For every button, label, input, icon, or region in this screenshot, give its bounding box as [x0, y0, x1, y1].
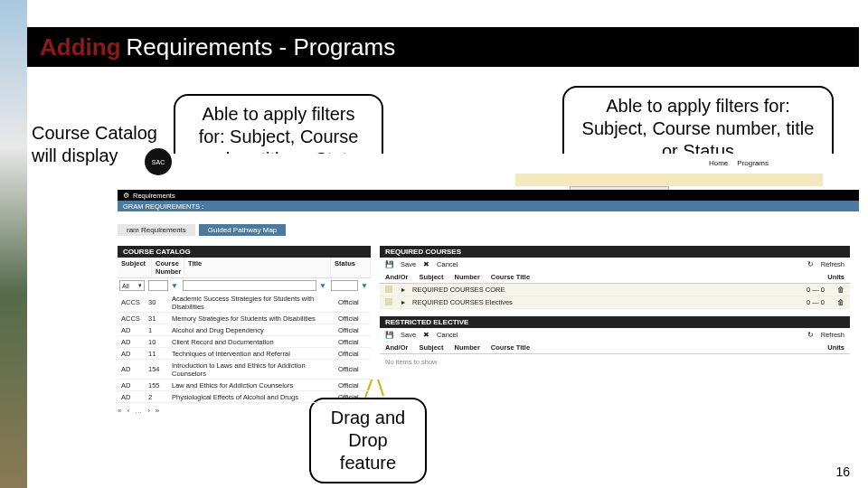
delete-icon[interactable]: 🗑	[837, 298, 844, 306]
restricted-empty-message: No items to show	[380, 354, 850, 370]
expand-icon[interactable]: ▸	[401, 286, 405, 294]
title-accent: Adding	[40, 33, 121, 61]
table-row[interactable]: AD2Physiological Effects of Alcohol and …	[118, 391, 371, 403]
pager-first[interactable]: «	[118, 407, 121, 415]
table-cell: ACCS	[118, 293, 145, 313]
table-cell: 31	[145, 313, 168, 324]
pager-prev[interactable]: ‹	[127, 407, 129, 415]
table-row[interactable]: ACCS30Academic Success Strategies for St…	[118, 293, 371, 313]
slide-title-bar: Adding Requirements - Programs	[27, 27, 859, 67]
col-units[interactable]: Units	[827, 273, 844, 281]
course-catalog-header: COURSE CATALOG	[118, 246, 371, 258]
table-row[interactable]: AD155Law and Ethics for Addiction Counse…	[118, 380, 371, 391]
table-cell: Academic Success Strategies for Students…	[168, 293, 335, 313]
required-courses-panel: REQUIRED COURSES 💾Save ✖Cancel ↻Refresh …	[380, 246, 850, 370]
cancel-icon: ✖	[423, 331, 429, 339]
col-course-title[interactable]: Course Title	[491, 273, 816, 281]
pager-next[interactable]: ›	[147, 407, 150, 415]
table-cell: ACCS	[118, 313, 145, 324]
tab-guided-pathway[interactable]: Guided Pathway Map	[199, 224, 287, 236]
col-andor[interactable]: And/Or	[385, 343, 408, 352]
refresh-button[interactable]: Refresh	[821, 331, 844, 339]
table-row[interactable]: AD11Techniques of Intervention and Refer…	[118, 348, 371, 360]
delete-icon[interactable]: 🗑	[837, 286, 844, 294]
col-subject[interactable]: Subject	[419, 273, 443, 281]
gram-requirements-bar: GRAM REQUIREMENTS :	[118, 201, 859, 211]
table-cell: Alcohol and Drug Dependency	[168, 324, 335, 336]
col-course-title[interactable]: Course Title	[491, 343, 816, 352]
table-cell: AD	[118, 360, 145, 380]
table-cell: AD	[118, 336, 145, 348]
restricted-toolbar: 💾Save ✖Cancel ↻Refresh	[380, 328, 850, 342]
table-cell: AD	[118, 348, 145, 360]
table-row[interactable]: AD154Introduction to Laws and Ethics for…	[118, 360, 371, 380]
nav-home[interactable]: Home	[709, 159, 728, 167]
funnel-icon[interactable]: ▼	[360, 280, 369, 291]
table-cell: Official	[335, 293, 371, 313]
cancel-button[interactable]: Cancel	[437, 331, 458, 339]
table-cell: Official	[335, 313, 371, 324]
col-course-number[interactable]: Course Number	[152, 258, 184, 277]
table-cell: Physiological Effects of Alcohol and Dru…	[168, 391, 335, 403]
required-courses-header: REQUIRED COURSES	[380, 246, 850, 258]
required-course-row[interactable]: ▸REQUIRED COURSES CORE0 — 0🗑	[380, 284, 850, 296]
row-label: REQUIRED COURSES CORE	[412, 286, 799, 294]
col-andor[interactable]: And/Or	[385, 273, 408, 281]
title-filter-input[interactable]	[183, 280, 316, 291]
table-cell: Introduction to Laws and Ethics for Addi…	[168, 360, 335, 380]
required-course-row[interactable]: ▸REQUIRED COURSES Electives0 — 0🗑	[380, 296, 850, 309]
table-cell: Memory Strategies for Students with Disa…	[168, 313, 335, 324]
catalog-column-headers: Subject Course Number Title Status	[118, 258, 371, 278]
row-units: 0 — 0	[807, 298, 825, 306]
funnel-icon[interactable]: ▼	[170, 280, 179, 291]
table-cell: 2	[145, 391, 168, 403]
table-cell: Official	[335, 380, 371, 391]
col-units[interactable]: Units	[827, 343, 844, 352]
refresh-button[interactable]: Refresh	[821, 260, 844, 268]
nav-programs[interactable]: Programs	[737, 159, 769, 167]
col-number[interactable]: Number	[455, 343, 480, 352]
row-label: REQUIRED COURSES Electives	[412, 298, 799, 306]
table-cell: 30	[145, 293, 168, 313]
table-cell: Law and Ethics for Addiction Counselors	[168, 380, 335, 391]
number-filter-input[interactable]	[148, 280, 168, 291]
col-subject[interactable]: Subject	[118, 258, 152, 277]
subject-filter-dropdown[interactable]: All▾	[119, 280, 145, 291]
top-nav: Home Programs	[709, 159, 769, 167]
expand-icon[interactable]: ▸	[401, 298, 405, 306]
table-cell: 1	[145, 324, 168, 336]
requirements-heading: ⚙ Requirements	[118, 190, 859, 201]
col-number[interactable]: Number	[455, 273, 480, 281]
table-cell: AD	[118, 391, 145, 403]
col-status[interactable]: Status	[331, 258, 371, 277]
save-button[interactable]: Save	[401, 260, 416, 268]
save-button[interactable]: Save	[401, 331, 416, 339]
row-units: 0 — 0	[807, 286, 825, 294]
table-row[interactable]: AD10Client Record and DocumentationOffic…	[118, 336, 371, 348]
table-cell: Techniques of Intervention and Referral	[168, 348, 335, 360]
course-catalog-panel: COURSE CATALOG Subject Course Number Tit…	[118, 246, 371, 415]
cancel-button[interactable]: Cancel	[437, 260, 458, 268]
gear-icon: ⚙	[123, 192, 129, 200]
status-filter-input[interactable]	[331, 280, 358, 291]
catalog-filter-inputs: All▾ ▼ ▼ ▼	[118, 278, 371, 293]
col-title[interactable]: Title	[184, 258, 331, 277]
pager-dots: …	[135, 407, 142, 415]
table-cell: 11	[145, 348, 168, 360]
table-row[interactable]: ACCS31Memory Strategies for Students wit…	[118, 313, 371, 324]
row-handle-icon[interactable]	[385, 298, 392, 305]
tab-ram-requirements[interactable]: ram Requirements	[118, 224, 195, 236]
funnel-icon[interactable]: ▼	[318, 280, 327, 291]
save-icon: 💾	[385, 331, 393, 339]
col-subject[interactable]: Subject	[419, 343, 443, 352]
pager-last[interactable]: »	[156, 407, 159, 415]
table-cell: AD	[118, 324, 145, 336]
app-header: SAC Home Programs	[118, 154, 859, 172]
title-rest: Requirements - Programs	[127, 33, 396, 61]
table-cell: Official	[335, 324, 371, 336]
row-handle-icon[interactable]	[385, 286, 392, 293]
catalog-table: ACCS30Academic Success Strategies for St…	[118, 293, 371, 403]
table-row[interactable]: AD1Alcohol and Drug DependencyOfficial	[118, 324, 371, 336]
college-logo: SAC	[145, 148, 172, 175]
table-cell: Official	[335, 391, 371, 403]
